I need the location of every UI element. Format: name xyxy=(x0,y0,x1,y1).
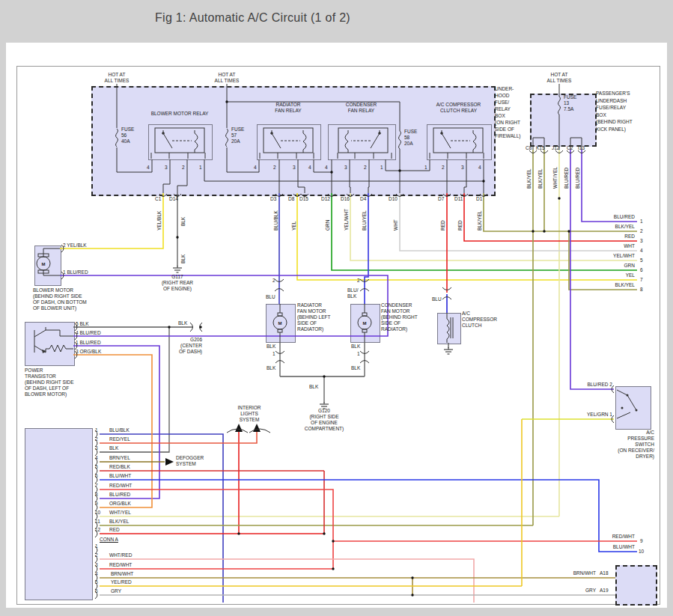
switch-pin2-label: BLU/RED 2 xyxy=(569,382,612,388)
conn-a2-pin-number: 5 xyxy=(95,579,98,585)
terminal-number: 10 xyxy=(639,549,644,555)
wire-color-label: BLU xyxy=(266,294,275,300)
wire-color-label: BLK xyxy=(351,365,360,371)
wire-color-label: YEL xyxy=(291,196,297,231)
terminal-number: 3 xyxy=(640,238,643,244)
wire-color-label: BLK xyxy=(351,344,360,350)
g120-wire-label: BLK xyxy=(309,384,318,390)
transistor-pin-label: 3 ORG/BLK xyxy=(76,349,101,355)
ac-pressure-switch-note: A/C PRESSURE SWITCH (ON RECEIVER/ DRYER) xyxy=(591,430,654,460)
relay-name: BLOWER MOTOR RELAY xyxy=(148,111,211,117)
wire-color-label: BLK xyxy=(267,365,275,371)
conn-a-pin-wire: BLU/WHT xyxy=(109,473,131,479)
terminal-wire-label: YEL/WHT xyxy=(570,253,635,259)
power-transistor-note: POWER TRANSISTOR (BEHIND RIGHT SIDE OF D… xyxy=(25,368,74,397)
relay-name: A/C COMPRESSOR CLUTCH RELAY xyxy=(427,102,490,114)
transistor-pin-label: 5 BLK xyxy=(76,321,89,327)
relay-pin: 4 xyxy=(478,165,481,171)
connector-id: K15 xyxy=(536,145,545,151)
wire-color-label: BLU/YEL xyxy=(362,196,368,231)
wire-color-label: WHT xyxy=(393,196,399,231)
relay-name: RADIATOR FAN RELAY xyxy=(257,102,320,114)
terminal-wire-label: WHT xyxy=(570,243,635,249)
terminal-wire-label: RED xyxy=(570,234,635,240)
passenger-box-note: PASSENGER'S UNDERDASH FUSE/RELAY BOX (BE… xyxy=(596,90,633,132)
relay-pin: 4 xyxy=(308,165,311,171)
terminal-number: 4 xyxy=(640,248,643,254)
relay-pin: 4 xyxy=(147,165,150,171)
connector-id: C2 xyxy=(567,145,573,151)
conn-a-pin-number: 2 xyxy=(95,436,98,442)
terminal-wire-label: BLK/YEL xyxy=(570,282,635,288)
connector-id: I13 xyxy=(578,145,585,151)
connector-id: D15 xyxy=(299,196,308,202)
relay-pin: 2 xyxy=(364,165,367,171)
inline-connector-number: 2 xyxy=(357,278,360,284)
condenser-fan-motor-box xyxy=(350,304,380,343)
conn-a-pin-number: 6 xyxy=(95,473,98,479)
radiator-fan-motor-box xyxy=(266,304,296,343)
hot-at-all-times: HOT AT ALL TIMES xyxy=(538,72,580,84)
interior-lights-system-label: INTERIOR LIGHTS SYSTEM xyxy=(228,405,270,423)
fuse-56-label: FUSE 56 40A xyxy=(121,126,134,144)
terminal-wire-label: RED/WHT xyxy=(570,534,635,540)
fuse-58-label: FUSE 58 20A xyxy=(404,129,417,147)
wire-color-label: RED xyxy=(457,196,463,231)
connector-id: J12 xyxy=(552,145,559,151)
fuse-57-label: FUSE 57 20A xyxy=(231,126,244,144)
conn-a-pin-wire: BLU/BLK xyxy=(109,427,130,433)
terminal-wire-label: YEL xyxy=(570,272,635,278)
conn-a-pin-number: 11 xyxy=(95,519,100,525)
terminal-number: 5 xyxy=(640,257,643,263)
relay-pin: 2 xyxy=(442,165,445,171)
connector-id: C8 xyxy=(526,145,532,151)
conn-a-pin-number: 1 xyxy=(95,427,98,433)
terminal-wire-label: GRN xyxy=(570,263,635,269)
terminal-number: 8 xyxy=(640,287,643,293)
relay-name: CONDENSER FAN RELAY xyxy=(328,102,395,114)
condenser-fan-relay-box xyxy=(328,124,396,160)
inline-connector-number: 1 xyxy=(357,351,360,357)
conn-a-pin-wire: RED/YEL xyxy=(109,436,130,442)
conn-a-pin-wire: RED xyxy=(109,527,120,533)
blower-motor-box xyxy=(34,246,61,286)
wiring-diagram-page: Fig 1: Automatic A/C Circuit (1 of 2) xyxy=(0,0,673,616)
relay-pin: 1 xyxy=(424,165,427,171)
wire-color-label: YEL/BLK xyxy=(156,196,162,231)
conn-a-pin-wire: ORG/BLK xyxy=(109,501,131,507)
conn-a2-pin-wire: WHT/RED xyxy=(109,552,132,558)
page-title: Fig 1: Automatic A/C Circuit (1 of 2) xyxy=(155,10,350,25)
terminal-number: 9 xyxy=(640,538,643,544)
power-transistor-box xyxy=(25,322,75,366)
conn-a-pin-wire: BRN/YEL xyxy=(109,455,130,461)
g117-label: G117 (RIGHT REAR OF ENGINE) xyxy=(153,274,201,292)
conn-a-pin-wire: WHT/YEL xyxy=(109,510,131,516)
conn-a-pin-number: 9 xyxy=(95,501,98,507)
conn-a-pin-number: 8 xyxy=(95,492,98,498)
conn-a-pin-number: 10 xyxy=(95,510,100,516)
radiator-fan-motor-note: RADIATOR FAN MOTOR (BEHIND LEFT SIDE OF … xyxy=(297,302,330,332)
terminal-wire-label: BLK/YEL xyxy=(570,224,635,230)
conn-a2-pin-wire: BRN/WHT xyxy=(111,571,133,577)
relay-pin: 2 xyxy=(182,165,185,171)
conn-a-pin-wire: RED/WHT xyxy=(109,483,132,489)
conn-a2-pin-number: 6 xyxy=(95,588,98,594)
wire-color-label: BLU/RED xyxy=(564,156,570,189)
inline-connector-number: 2 xyxy=(272,278,275,284)
terminal-wire-label: BLU/WHT xyxy=(570,544,635,550)
relay-pin: 4 xyxy=(254,165,257,171)
conn-a-pin-number: 7 xyxy=(95,483,98,489)
conn-a2-pin-wire: GRY xyxy=(111,588,121,594)
conn-a-pin-number: 3 xyxy=(95,445,98,451)
conn-a-pin-number: 12 xyxy=(95,527,100,533)
conn-a-pin-wire: BLK xyxy=(109,445,118,451)
hot-at-all-times: HOT AT ALL TIMES xyxy=(96,72,138,84)
wire-color-label: RED xyxy=(440,196,446,231)
relay-pin: 3 xyxy=(344,165,347,171)
wire-color-label: YEL/WHT xyxy=(344,196,350,231)
terminal-number: 2 xyxy=(640,228,643,234)
underhood-box-note: UNDER- HOOD FUSE/ RELAY BOX (ON RIGHT SI… xyxy=(495,85,520,139)
blower-pin1-label: 1 BLU/RED xyxy=(63,269,88,275)
relay-pin: 2 xyxy=(273,165,276,171)
fuse-13-label: FUSE 13 7.5A xyxy=(564,94,576,112)
